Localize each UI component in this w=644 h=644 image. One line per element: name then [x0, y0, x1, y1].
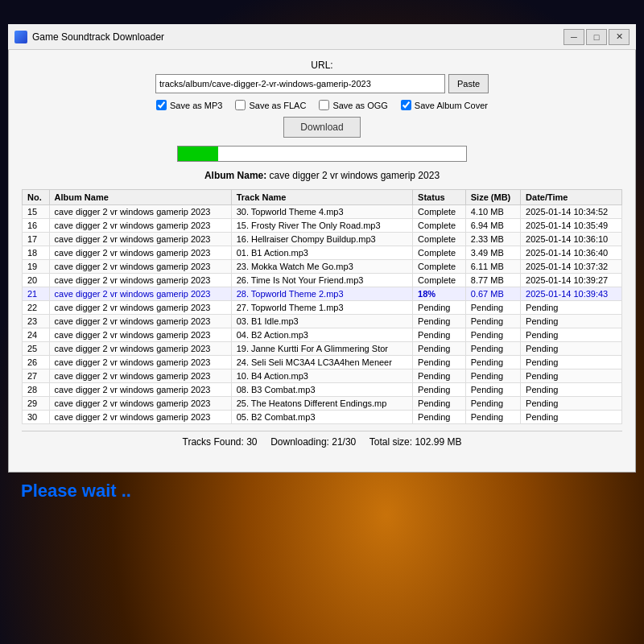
cell-album: cave digger 2 vr windows gamerip 2023	[49, 301, 231, 315]
table-row: 23 cave digger 2 vr windows gamerip 2023…	[23, 315, 622, 328]
cell-album: cave digger 2 vr windows gamerip 2023	[49, 411, 231, 424]
url-input[interactable]	[155, 74, 445, 93]
cell-status: Complete	[413, 219, 466, 233]
cell-track: 25. The Heatons Different Endings.mp	[231, 397, 412, 411]
cell-status: Pending	[413, 411, 466, 424]
cell-size: Pending	[465, 411, 520, 424]
close-button[interactable]: ✕	[609, 29, 630, 45]
cell-datetime: Pending	[521, 411, 622, 424]
progress-bar-container	[177, 146, 467, 162]
cell-track: 04. B2 Action.mp3	[231, 328, 412, 342]
cell-track: 24. Seli Seli MC3A4 LC3A4hen Meneer	[231, 356, 412, 369]
save-flac-option[interactable]: Save as FLAC	[235, 100, 306, 110]
cell-track: 26. Time Is Not Your Friend.mp3	[231, 274, 412, 287]
cell-size: Pending	[465, 397, 520, 411]
cell-size: Pending	[465, 301, 520, 315]
cell-track: 10. B4 Action.mp3	[231, 369, 412, 383]
cell-datetime: 2025-01-14 10:37:32	[521, 260, 622, 274]
cell-size: Pending	[465, 342, 520, 356]
cell-track: 28. Topworld Theme 2.mp3	[231, 287, 412, 301]
cell-album: cave digger 2 vr windows gamerip 2023	[49, 356, 231, 369]
cell-album: cave digger 2 vr windows gamerip 2023	[49, 233, 231, 246]
cell-datetime: Pending	[521, 397, 622, 411]
cell-no: 25	[23, 342, 50, 356]
cell-status: Complete	[413, 260, 466, 274]
cell-datetime: Pending	[521, 369, 622, 383]
table-row: 30 cave digger 2 vr windows gamerip 2023…	[23, 411, 622, 424]
cell-status: Pending	[413, 383, 466, 397]
save-ogg-checkbox[interactable]	[319, 100, 329, 110]
cell-album: cave digger 2 vr windows gamerip 2023	[49, 383, 231, 397]
please-wait-text: Please wait ..	[0, 473, 644, 510]
main-window: URL: Paste Save as MP3 Save as FLAC Save…	[8, 50, 636, 473]
cell-size: Pending	[465, 356, 520, 369]
save-mp3-option[interactable]: Save as MP3	[156, 100, 222, 110]
save-ogg-label: Save as OGG	[332, 101, 387, 110]
cell-datetime: 2025-01-14 10:36:40	[521, 246, 622, 260]
maximize-button[interactable]: □	[586, 29, 607, 45]
cell-status: Pending	[413, 369, 466, 383]
table-row: 27 cave digger 2 vr windows gamerip 2023…	[23, 369, 622, 383]
paste-button[interactable]: Paste	[448, 74, 489, 93]
footer-stats: Tracks Found: 30 Downloading: 21/30 Tota…	[22, 431, 622, 452]
cell-no: 29	[23, 397, 50, 411]
cell-track: 30. Topworld Theme 4.mp3	[231, 205, 412, 219]
cell-no: 21	[23, 287, 50, 301]
progress-bar-fill	[178, 147, 218, 161]
table-header: No. Album Name Track Name Status Size (M…	[23, 190, 622, 205]
cell-status: Pending	[413, 397, 466, 411]
cell-size: Pending	[465, 383, 520, 397]
save-cover-label: Save Album Cover	[415, 101, 488, 110]
table-row: 25 cave digger 2 vr windows gamerip 2023…	[23, 342, 622, 356]
table-row: 16 cave digger 2 vr windows gamerip 2023…	[23, 219, 622, 233]
window-title: Game Soundtrack Downloader	[32, 31, 564, 43]
cell-datetime: Pending	[521, 356, 622, 369]
table-row: 24 cave digger 2 vr windows gamerip 2023…	[23, 328, 622, 342]
cell-size: Pending	[465, 369, 520, 383]
table-row: 26 cave digger 2 vr windows gamerip 2023…	[23, 356, 622, 369]
cell-datetime: Pending	[521, 315, 622, 328]
cell-album: cave digger 2 vr windows gamerip 2023	[49, 260, 231, 274]
cell-track: 15. Frosty River The Only Road.mp3	[231, 219, 412, 233]
cell-album: cave digger 2 vr windows gamerip 2023	[49, 246, 231, 260]
cell-album: cave digger 2 vr windows gamerip 2023	[49, 328, 231, 342]
minimize-button[interactable]: ─	[564, 29, 584, 45]
cell-size: 6.94 MB	[465, 219, 520, 233]
cell-size: 8.77 MB	[465, 274, 520, 287]
table-row: 22 cave digger 2 vr windows gamerip 2023…	[23, 301, 622, 315]
cell-datetime: Pending	[521, 301, 622, 315]
col-no: No.	[23, 190, 50, 205]
cell-status: 18%	[413, 287, 466, 301]
table-body: 15 cave digger 2 vr windows gamerip 2023…	[23, 205, 622, 424]
save-mp3-checkbox[interactable]	[156, 100, 167, 110]
cell-size: 0.67 MB	[465, 287, 520, 301]
downloading-count: Downloading: 21/30	[270, 436, 356, 448]
save-flac-checkbox[interactable]	[235, 100, 246, 110]
cell-album: cave digger 2 vr windows gamerip 2023	[49, 219, 231, 233]
cell-no: 24	[23, 328, 50, 342]
cell-track: 23. Mokka Watch Me Go.mp3	[231, 260, 412, 274]
cell-size: 2.33 MB	[465, 233, 520, 246]
table-row: 15 cave digger 2 vr windows gamerip 2023…	[23, 205, 622, 219]
track-table: No. Album Name Track Name Status Size (M…	[22, 189, 622, 424]
save-cover-checkbox[interactable]	[401, 100, 411, 110]
cell-datetime: 2025-01-14 10:34:52	[521, 205, 622, 219]
col-datetime: Date/Time	[521, 190, 622, 205]
cell-datetime: 2025-01-14 10:35:49	[521, 219, 622, 233]
cell-status: Pending	[413, 356, 466, 369]
app-icon	[14, 31, 27, 43]
cell-track: 05. B2 Combat.mp3	[231, 411, 412, 424]
cell-status: Pending	[413, 301, 466, 315]
col-size: Size (MB)	[465, 190, 520, 205]
table-row: 29 cave digger 2 vr windows gamerip 2023…	[23, 397, 622, 411]
cell-album: cave digger 2 vr windows gamerip 2023	[49, 274, 231, 287]
download-button[interactable]: Download	[283, 117, 360, 138]
cell-no: 23	[23, 315, 50, 328]
save-ogg-option[interactable]: Save as OGG	[319, 100, 387, 110]
cell-track: 16. Hellraiser Chompy Buildup.mp3	[231, 233, 412, 246]
cell-track: 27. Topworld Theme 1.mp3	[231, 301, 412, 315]
tracks-found: Tracks Found: 30	[183, 436, 258, 448]
save-cover-option[interactable]: Save Album Cover	[401, 100, 488, 110]
cell-datetime: 2025-01-14 10:39:43	[521, 287, 622, 301]
cell-no: 22	[23, 301, 50, 315]
